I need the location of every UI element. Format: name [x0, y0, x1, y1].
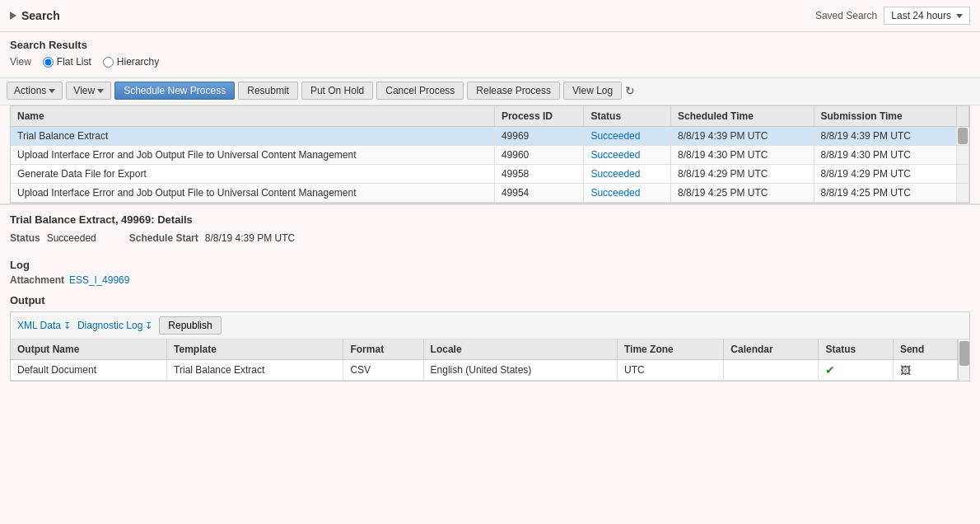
log-section: Log Attachment ESS_l_49969	[0, 255, 980, 289]
status-cell[interactable]: Succeeded	[584, 165, 671, 184]
out-col-timezone: Time Zone	[617, 339, 723, 360]
cell-4: 8/8/19 4:30 PM UTC	[814, 146, 956, 165]
format-cell: CSV	[343, 360, 423, 381]
template-cell: Trial Balance Extract	[167, 360, 343, 381]
status-check-cell[interactable]: ✔	[819, 360, 893, 381]
cell-3: 8/8/19 4:39 PM UTC	[671, 127, 814, 146]
results-table: Name Process ID Status Scheduled Time Su…	[11, 106, 969, 203]
out-col-locale: Locale	[423, 339, 617, 360]
schedule-start-value: 8/8/19 4:39 PM UTC	[205, 232, 295, 244]
table-row[interactable]: Trial Balance Extract49969Succeeded8/8/1…	[11, 127, 969, 146]
view-dropdown-label: View	[73, 85, 95, 96]
search-header: Search Saved Search Last 24 hours	[0, 0, 980, 32]
table-row[interactable]: Generate Data File for Export49958Succee…	[11, 165, 969, 184]
schedule-new-process-button[interactable]: Schedule New Process	[114, 82, 235, 100]
out-col-template: Template	[167, 339, 343, 360]
cell-3: 8/8/19 4:29 PM UTC	[671, 165, 814, 184]
release-process-button[interactable]: Release Process	[467, 82, 560, 100]
cell-1: 49969	[494, 127, 583, 146]
cell-1: 49958	[494, 165, 583, 184]
diagnostic-log-link[interactable]: Diagnostic Log ↧	[77, 320, 152, 331]
cancel-process-button[interactable]: Cancel Process	[376, 82, 464, 100]
diagnostic-log-label: Diagnostic Log	[77, 320, 142, 331]
out-col-send: Send	[893, 339, 957, 360]
table-header-row: Name Process ID Status Scheduled Time Su…	[11, 106, 969, 127]
status-cell[interactable]: Succeeded	[584, 184, 671, 203]
cell-3: 8/8/19 4:30 PM UTC	[671, 146, 814, 165]
view-arrow-icon	[97, 89, 104, 93]
col-name: Name	[11, 106, 494, 127]
search-results-section: Search Results View Flat List Hierarchy	[0, 32, 980, 77]
col-scheduled-time: Scheduled Time	[671, 106, 814, 127]
resubmit-button[interactable]: Resubmit	[238, 82, 298, 100]
name-cell: Generate Data File for Export	[11, 165, 494, 184]
radio-hierarchy-label: Hierarchy	[117, 56, 159, 68]
view-label: View	[10, 56, 31, 68]
name-cell: Upload Interface Error and Job Output Fi…	[11, 184, 494, 203]
view-dropdown[interactable]: View	[66, 82, 111, 100]
name-cell: Upload Interface Error and Job Output Fi…	[11, 146, 494, 165]
radio-hierarchy[interactable]: Hierarchy	[103, 56, 159, 68]
actions-dropdown[interactable]: Actions	[7, 82, 63, 100]
status-cell[interactable]: Succeeded	[584, 127, 671, 146]
cell-4: 8/8/19 4:39 PM UTC	[814, 127, 956, 146]
search-results-title: Search Results	[10, 39, 970, 51]
saved-search-arrow-icon	[956, 14, 963, 18]
status-cell[interactable]: Succeeded	[584, 146, 671, 165]
xml-data-label: XML Data	[17, 320, 61, 331]
refresh-icon[interactable]: ↻	[625, 84, 635, 97]
radio-hierarchy-input[interactable]	[103, 57, 114, 68]
locale-cell: English (United States)	[423, 360, 617, 381]
output-inner: XML Data ↧ Diagnostic Log ↧ Republish Ou…	[10, 311, 970, 381]
saved-search-area: Saved Search Last 24 hours	[815, 7, 970, 25]
details-title: Trial Balance Extract, 49969: Details	[10, 213, 970, 226]
radio-flat-list[interactable]: Flat List	[43, 56, 91, 68]
send-cell[interactable]: 🖾	[893, 360, 957, 381]
radio-flat-list-label: Flat List	[57, 56, 91, 68]
attachment-label: Attachment	[10, 274, 64, 286]
cell-1: 49960	[494, 146, 583, 165]
status-value: Succeeded	[47, 232, 96, 244]
search-toggle[interactable]: Search	[10, 9, 60, 22]
saved-search-value: Last 24 hours	[891, 10, 951, 21]
out-col-status: Status	[819, 339, 893, 360]
attachment-row: Attachment ESS_l_49969	[10, 274, 970, 286]
radio-flat-list-input[interactable]	[43, 57, 54, 68]
out-col-format: Format	[343, 339, 423, 360]
name-cell: Trial Balance Extract	[11, 127, 494, 146]
attachment-link[interactable]: ESS_l_49969	[69, 274, 129, 286]
timezone-cell: UTC	[617, 360, 723, 381]
output-table: Output Name Template Format Locale Time …	[11, 339, 969, 381]
table-row[interactable]: Upload Interface Error and Job Output Fi…	[11, 184, 969, 203]
results-table-scroll: Name Process ID Status Scheduled Time Su…	[10, 105, 970, 204]
results-table-container: Name Process ID Status Scheduled Time Su…	[0, 105, 980, 204]
output-table-row: Default DocumentTrial Balance ExtractCSV…	[11, 360, 969, 381]
xml-download-icon: ↧	[63, 320, 71, 331]
scroll-cell	[957, 146, 969, 165]
col-process-id: Process ID	[494, 106, 583, 127]
scroll-cell	[957, 165, 969, 184]
put-on-hold-button[interactable]: Put On Hold	[301, 82, 373, 100]
search-expand-icon	[10, 12, 16, 20]
actions-arrow-icon	[49, 89, 55, 93]
output-scrollbar[interactable]	[958, 339, 969, 381]
scroll-cell	[957, 127, 969, 146]
details-row: Status Succeeded Schedule Start 8/8/19 4…	[10, 232, 970, 244]
republish-button[interactable]: Republish	[159, 316, 221, 335]
view-log-button[interactable]: View Log	[563, 82, 622, 100]
out-col-output-name: Output Name	[11, 339, 167, 360]
details-section: Trial Balance Extract, 49969: Details St…	[0, 204, 980, 255]
schedule-start-field: Schedule Start 8/8/19 4:39 PM UTC	[129, 232, 295, 244]
status-label: Status	[10, 232, 40, 244]
output-toolbar: XML Data ↧ Diagnostic Log ↧ Republish	[11, 312, 969, 339]
table-row[interactable]: Upload Interface Error and Job Output Fi…	[11, 146, 969, 165]
results-table-wrap: Name Process ID Status Scheduled Time Su…	[10, 105, 970, 204]
cell-3: 8/8/19 4:25 PM UTC	[671, 184, 814, 203]
col-submission-time: Submission Time	[814, 106, 956, 127]
schedule-start-label: Schedule Start	[129, 232, 198, 244]
xml-data-link[interactable]: XML Data ↧	[17, 320, 71, 331]
scroll-cell	[957, 184, 969, 203]
toolbar: Actions View Schedule New Process Resubm…	[0, 77, 980, 105]
saved-search-dropdown[interactable]: Last 24 hours	[884, 7, 970, 25]
log-title: Log	[10, 259, 970, 271]
